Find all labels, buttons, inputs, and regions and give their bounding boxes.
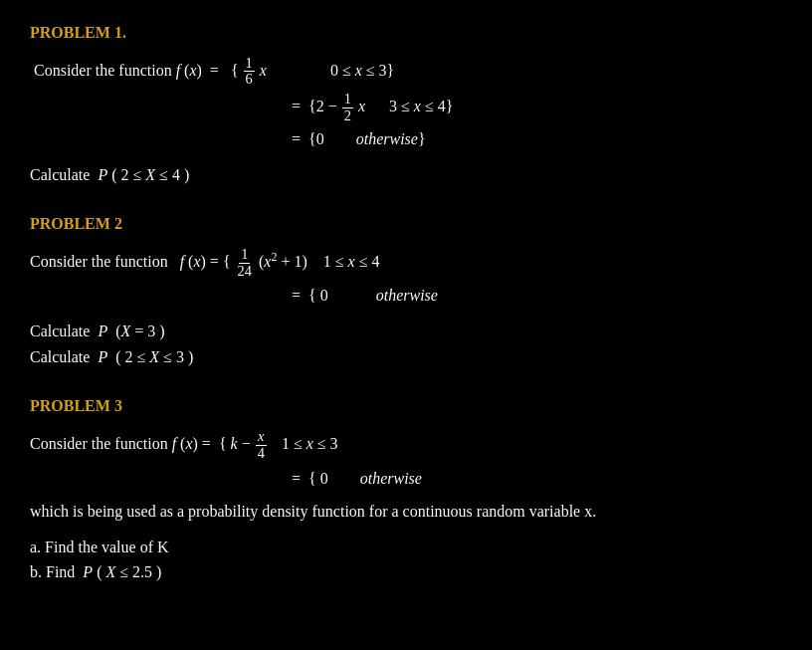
frac-1-24: 1 24 [236, 247, 254, 280]
frac-1-6: 1 6 [244, 56, 255, 89]
problem-2-calculates: Calculate P (X = 3 ) Calculate P ( 2 ≤ X… [30, 319, 782, 369]
problem-1-piece-3: = {0 otherwise} [292, 126, 782, 152]
problem-3-part-b: b. Find P ( X ≤ 2.5 ) [30, 559, 782, 585]
frac-1-2: 1 2 [342, 92, 353, 124]
problem-3-part-a: a. Find the value of K [30, 535, 782, 560]
problem-3-parts: a. Find the value of K b. Find P ( X ≤ 2… [30, 535, 782, 585]
problem-3-section: PROBLEM 3 Consider the function f (x) = … [30, 393, 782, 585]
problem-1-calculate: Calculate P ( 2 ≤ X ≤ 4 ) [30, 162, 782, 188]
problem-2-section: PROBLEM 2 Consider the function f (x) = … [30, 211, 782, 369]
problem-1-section: PROBLEM 1. Consider the function f (x) =… [30, 20, 782, 187]
problem-2-function-line1: Consider the function f (x) = { 1 24 (x2… [30, 247, 782, 280]
problem-1-piece-2: = {2 − 1 2 x 3 ≤ x ≤ 4} [292, 92, 782, 124]
problem-2-calc-1: Calculate P (X = 3 ) [30, 319, 782, 344]
problem-2-calc-2: Calculate P ( 2 ≤ X ≤ 3 ) [30, 344, 782, 370]
problem-2-title: PROBLEM 2 [30, 211, 782, 237]
frac-x-4: x 4 [256, 429, 267, 462]
problem-1-title: PROBLEM 1. [30, 20, 782, 46]
problem-1-function: Consider the function f (x) = { 1 6 x 0 … [30, 56, 782, 89]
problem-3-piece-2: = { 0 otherwise [292, 466, 782, 492]
problem-3-title: PROBLEM 3 [30, 393, 782, 419]
problem-3-function-line1: Consider the function f (x) = { k − x 4 … [30, 429, 782, 462]
problem-2-piece-2: = { 0 otherwise [292, 283, 782, 309]
consider-text-1: Consider the function f (x) [30, 62, 202, 79]
problem-3-description: which is being used as a probability den… [30, 499, 782, 525]
